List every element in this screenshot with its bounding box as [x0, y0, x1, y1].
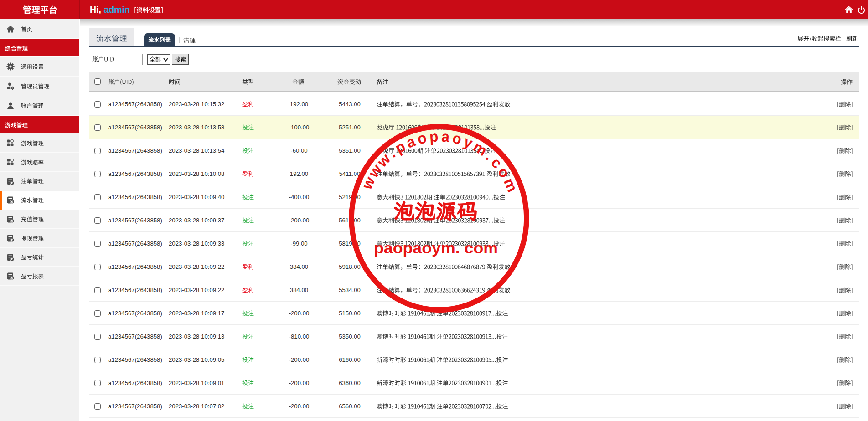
svg-text:paopaoym. com: paopaoym. com [374, 239, 498, 257]
svg-text:p: p [429, 128, 439, 145]
svg-text:a: a [441, 128, 450, 145]
svg-text:a: a [404, 133, 418, 151]
svg-text:o: o [416, 129, 428, 147]
svg-text:o: o [451, 129, 463, 148]
